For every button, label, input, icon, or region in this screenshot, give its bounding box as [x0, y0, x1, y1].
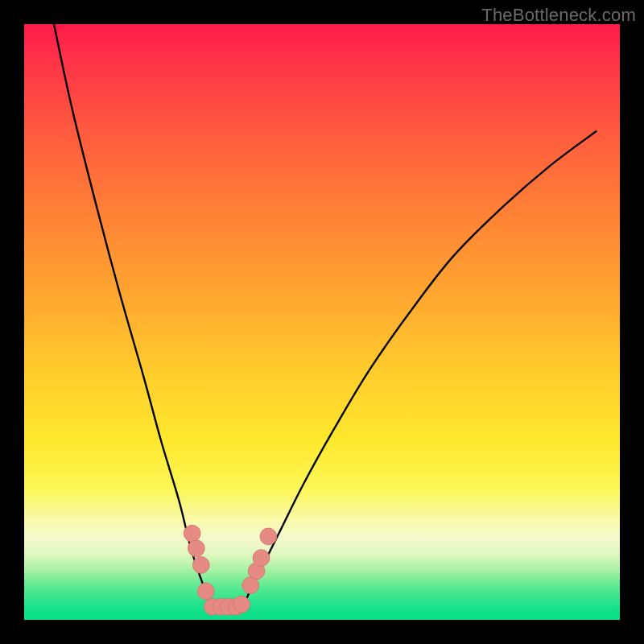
- data-marker: [184, 525, 200, 542]
- data-marker: [253, 550, 270, 567]
- bottleneck-curve: [54, 24, 596, 609]
- plot-area: [24, 24, 620, 620]
- data-marker: [260, 528, 277, 545]
- data-marker: [197, 583, 214, 600]
- data-marker: [233, 596, 250, 613]
- curve-layer: [54, 24, 596, 609]
- data-marker: [188, 540, 205, 557]
- marker-layer: [184, 525, 276, 615]
- data-marker: [192, 557, 209, 574]
- chart-frame: TheBottleneck.com: [0, 0, 644, 644]
- watermark-text: TheBottleneck.com: [481, 5, 636, 26]
- chart-svg: [24, 24, 620, 620]
